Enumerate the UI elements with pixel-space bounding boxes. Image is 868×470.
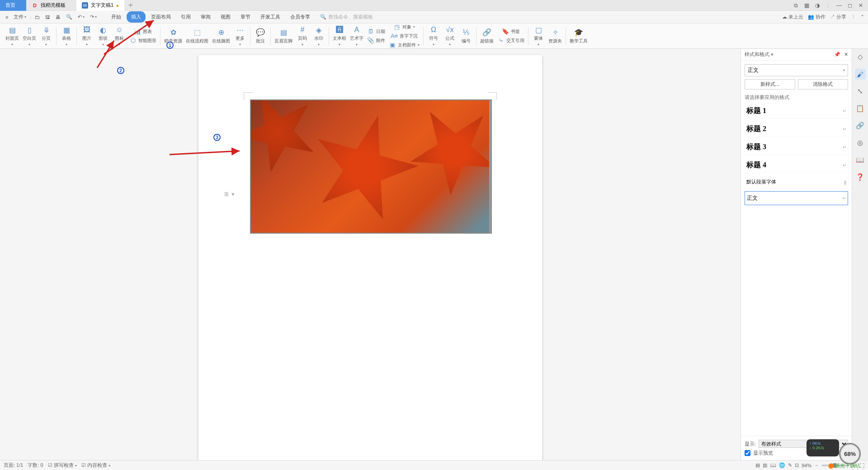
tab-home[interactable]: 首页 — [0, 0, 26, 11]
menu-view[interactable]: 视图 — [216, 11, 235, 23]
style-heading-2[interactable]: 标题 2↵ — [745, 122, 848, 137]
rb-textbox[interactable]: 🅰文本框▾ — [331, 24, 348, 47]
rb-hyperlink[interactable]: 🔗超链接 — [478, 27, 495, 45]
rb-blank[interactable]: ▯空白页▾ — [21, 24, 38, 47]
style-heading-3[interactable]: 标题 3↵ — [745, 140, 848, 155]
rb-more[interactable]: ⋯更多▾ — [232, 24, 248, 47]
strip-brush-icon[interactable]: 🖌 — [855, 69, 866, 80]
layout2-icon[interactable]: ▦ — [802, 1, 811, 10]
rb-docparts[interactable]: ▣文档部件 ▾ — [387, 41, 421, 50]
rb-equation[interactable]: √x公式▾ — [442, 24, 458, 47]
redo-icon[interactable]: ↷ ▾ — [88, 13, 99, 21]
menu-member[interactable]: 会员专享 — [286, 11, 315, 23]
rb-crossref[interactable]: ⤷交叉引用 — [495, 36, 526, 45]
pin-icon[interactable]: 📌 — [834, 52, 840, 57]
tab-doc[interactable]: W 文字文稿1 ● — [76, 0, 124, 11]
status-words[interactable]: 字数: 0 — [28, 462, 43, 469]
minimize-icon[interactable]: — — [835, 1, 844, 10]
menu-review[interactable]: 审阅 — [196, 11, 215, 23]
menu-reference[interactable]: 引用 — [176, 11, 195, 23]
maximize-icon[interactable]: ◻ — [845, 1, 854, 10]
rb-header-footer[interactable]: ▤页眉页脚 — [273, 27, 294, 45]
share-button[interactable]: ↗ 分享 — [830, 14, 846, 20]
rb-attach[interactable]: 📎附件 — [365, 36, 387, 45]
strip-clipboard-icon[interactable]: 📋 — [855, 103, 866, 114]
style-heading-1[interactable]: 标题 1↵ — [745, 103, 848, 119]
preview-icon[interactable]: 🔍 — [64, 13, 74, 21]
strip-help-icon[interactable]: ❓ — [855, 172, 866, 183]
rb-chart[interactable]: 📊图表 — [127, 27, 158, 36]
strip-chain-icon[interactable]: 🔗 — [855, 120, 866, 131]
page-1[interactable]: 🗎 ▾ — [198, 55, 542, 460]
view-focus-icon[interactable]: ✎ — [788, 462, 792, 468]
tab-template[interactable]: D 找稻壳模板 — [26, 0, 76, 11]
strip-diamond-icon[interactable]: ◇ — [855, 52, 866, 62]
menu-devtools[interactable]: 开发工具 — [256, 11, 285, 23]
rb-shape[interactable]: ◐形状▾ — [95, 24, 111, 47]
rb-watermark[interactable]: ◈水印▾ — [311, 24, 327, 47]
speed-gauge-widget[interactable]: ↑ 0K/s ↓ 0.2K/s 68% — [807, 439, 861, 465]
menu-layout[interactable]: 页面布局 — [146, 11, 175, 23]
rb-flowchart[interactable]: ⬚在线流程图 — [184, 27, 210, 45]
view-web-icon[interactable]: 🌐 — [779, 462, 785, 468]
menu-section[interactable]: 章节 — [236, 11, 255, 23]
preview-checkbox[interactable] — [745, 450, 750, 456]
status-page[interactable]: 页面: 1/1 — [4, 462, 23, 469]
rb-page-num[interactable]: #页码▾ — [294, 24, 311, 47]
rb-table[interactable]: ▦表格▾ — [58, 24, 75, 47]
undo-icon[interactable]: ↶ ▾ — [76, 13, 86, 21]
file-menu[interactable]: 文件 ▾ — [12, 13, 28, 21]
strip-target-icon[interactable]: ◎ — [855, 137, 866, 148]
save-icon[interactable]: 🖫 — [43, 14, 52, 21]
rb-symbol[interactable]: Ω符号▾ — [425, 24, 442, 47]
collab-button[interactable]: 👥 协作 — [808, 14, 826, 20]
style-default-font[interactable]: 默认段落字体a — [745, 176, 848, 188]
view-page-icon[interactable]: ▤ — [755, 462, 760, 468]
menu-insert[interactable]: 插入 — [127, 11, 146, 23]
rb-jxtool[interactable]: 🎓教学工具 — [568, 27, 590, 45]
view-outline-icon[interactable]: ▥ — [763, 462, 767, 468]
rb-window[interactable]: ▢窗体▾ — [530, 24, 547, 47]
new-tab-button[interactable]: ＋ — [124, 0, 137, 10]
open-icon[interactable]: 🗀 — [33, 14, 42, 21]
layout1-icon[interactable]: ⧉ — [791, 1, 800, 10]
rb-cover[interactable]: ▤封面页▾ — [4, 24, 21, 47]
zoom-fit-icon[interactable]: ⊡ — [795, 462, 799, 468]
print-icon[interactable]: 🖶 — [54, 14, 62, 21]
rb-date[interactable]: 🗓日期 — [365, 27, 387, 36]
rb-object[interactable]: ◳对象 ▾ — [387, 23, 421, 32]
new-style-button[interactable]: 新样式... — [745, 79, 795, 89]
clear-format-button[interactable]: 清除格式 — [798, 79, 849, 89]
skin-icon[interactable]: ◑ — [813, 1, 822, 10]
rb-bookmark[interactable]: 🔖书签 — [495, 27, 526, 36]
close-panel-icon[interactable]: ✕ — [844, 52, 848, 57]
rb-wordart[interactable]: A艺术字▾ — [348, 24, 365, 47]
status-content[interactable]: ☑ 内容检查 ▾ — [81, 462, 110, 469]
style-body[interactable]: 正文↵ — [745, 191, 848, 205]
more-icon[interactable]: ⋮ — [851, 14, 856, 20]
rb-number[interactable]: ⅕编号 — [458, 27, 474, 45]
strip-select-icon[interactable]: ⤡ — [855, 86, 866, 97]
status-spell[interactable]: ☑ 拼写检查 ▾ — [48, 462, 77, 469]
cloud-status[interactable]: ☁ 未上云 — [782, 14, 803, 20]
paste-options[interactable]: 🗎 ▾ — [224, 191, 235, 197]
rb-resource[interactable]: ✧资源夹 — [547, 27, 564, 45]
rb-docer[interactable]: ✿稻壳资源 — [162, 27, 184, 45]
strip-book-icon[interactable]: 📖 — [855, 155, 866, 165]
rb-dropcap[interactable]: A≡首字下沉 — [387, 32, 421, 41]
style-heading-4[interactable]: 标题 4↵ — [745, 158, 848, 173]
rb-icons[interactable]: ☺图标▾ — [111, 24, 127, 47]
document-area[interactable]: 🗎 ▾ — [0, 49, 741, 460]
collapse-ribbon-icon[interactable]: ⌃ — [860, 14, 864, 20]
rb-smartart[interactable]: ⬡智能图形 — [127, 36, 158, 45]
menu-icon[interactable]: ≡ — [4, 14, 10, 21]
rb-picture[interactable]: 🖼图片▾ — [79, 24, 95, 47]
rb-comment[interactable]: 💬批注 — [252, 27, 269, 45]
inserted-image[interactable] — [250, 99, 492, 234]
menu-start[interactable]: 开始 — [107, 11, 126, 23]
rb-page-break[interactable]: ⤋分页▾ — [38, 24, 54, 47]
view-read-icon[interactable]: 📖 — [770, 462, 776, 468]
command-search[interactable]: 🔍 查找命令、搜索模板 — [320, 14, 373, 20]
current-style-select[interactable]: 正文 ▾ — [745, 64, 848, 76]
close-icon[interactable]: ✕ — [856, 1, 865, 10]
